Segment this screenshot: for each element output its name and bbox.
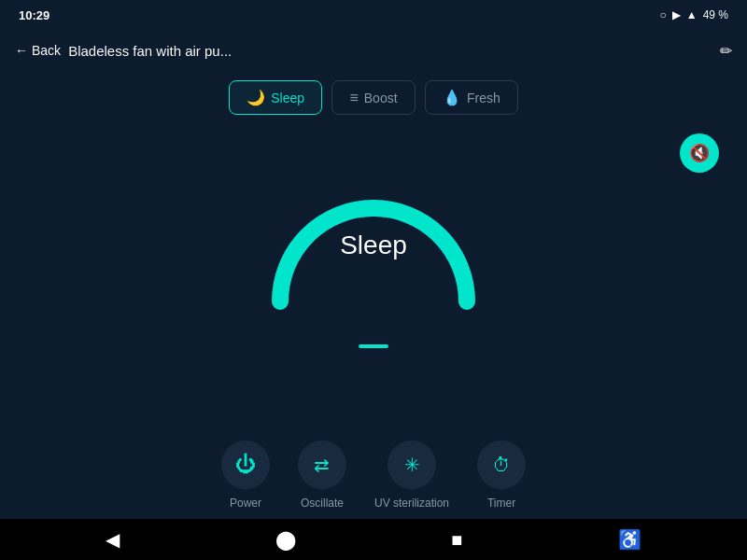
play-icon: ▶ (672, 8, 681, 21)
uv-label: UV sterilization (374, 497, 449, 510)
uv-icon: ✳ (404, 454, 420, 476)
fresh-label: Fresh (467, 91, 500, 105)
status-icons: ○ ▶ ▲ 49 % (660, 8, 729, 21)
sys-back-button[interactable]: ◀ (106, 528, 120, 551)
control-timer: ⏱ Timer (477, 441, 526, 510)
tab-boost[interactable]: ≡ Boost (331, 80, 416, 115)
timer-button[interactable]: ⏱ (477, 441, 526, 489)
oscillate-icon: ⇄ (314, 454, 330, 476)
power-button[interactable]: ⏻ (221, 441, 270, 489)
main-content: 🔇 Sleep ⏻ Power ⇄ Oscillate ✳ (0, 124, 747, 519)
sys-home-button[interactable]: ⬤ (275, 528, 296, 551)
circle-icon: ○ (660, 8, 667, 21)
control-power: ⏻ Power (221, 441, 270, 510)
sound-icon: 🔇 (689, 143, 710, 163)
timer-icon: ⏱ (492, 455, 511, 476)
tab-fresh[interactable]: 💧 Fresh (425, 80, 518, 115)
control-oscillate: ⇄ Oscillate (298, 441, 346, 510)
page-title: Bladeless fan with air pu... (68, 43, 720, 59)
uv-button[interactable]: ✳ (388, 441, 436, 489)
sys-recent-button[interactable]: ■ (451, 529, 462, 551)
boost-icon: ≡ (349, 90, 358, 106)
back-arrow-icon: ← (15, 43, 28, 58)
mode-tabs: 🌙 Sleep ≡ Boost 💧 Fresh (0, 71, 747, 124)
tab-sleep[interactable]: 🌙 Sleep (229, 80, 322, 115)
control-uv: ✳ UV sterilization (374, 441, 449, 510)
status-bar: 10:29 ○ ▶ ▲ 49 % (0, 0, 747, 30)
sys-access-button[interactable]: ♿ (618, 528, 641, 551)
system-nav-bar: ◀ ⬤ ■ ♿ (0, 519, 747, 560)
dial-container[interactable]: Sleep (252, 143, 495, 329)
dial-label: Sleep (340, 231, 407, 260)
sys-home-icon: ⬤ (275, 528, 296, 551)
speed-indicator (359, 344, 388, 348)
timer-label: Timer (487, 497, 515, 510)
edit-icon[interactable]: ✏ (720, 42, 732, 60)
battery-text: 49 % (703, 8, 728, 21)
oscillate-label: Oscillate (301, 497, 344, 510)
boost-label: Boost (364, 91, 398, 105)
power-label: Power (230, 497, 261, 510)
bottom-controls: ⏻ Power ⇄ Oscillate ✳ UV sterilization ⏱… (203, 422, 544, 519)
sys-recent-icon: ■ (451, 529, 462, 551)
sys-access-icon: ♿ (618, 528, 641, 551)
power-icon: ⏻ (235, 453, 256, 477)
top-nav: ← Back Bladeless fan with air pu... ✏ (0, 30, 747, 71)
fresh-icon: 💧 (443, 89, 461, 106)
wifi-icon: ▲ (686, 8, 698, 21)
back-label: Back (32, 43, 61, 58)
sleep-icon: 🌙 (247, 89, 265, 106)
sound-button[interactable]: 🔇 (680, 133, 719, 173)
back-button[interactable]: ← Back (15, 43, 61, 58)
sleep-label: Sleep (271, 91, 304, 105)
sys-back-icon: ◀ (106, 528, 120, 551)
oscillate-button[interactable]: ⇄ (298, 441, 346, 489)
status-time: 10:29 (19, 8, 49, 22)
